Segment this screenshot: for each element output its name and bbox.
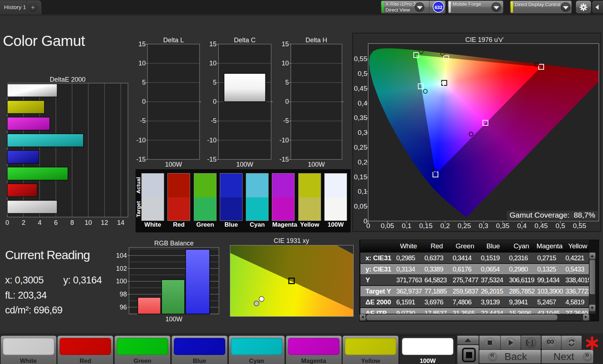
svg-text:0,55: 0,55 [573, 222, 586, 230]
svg-text:Delta L: Delta L [163, 37, 184, 44]
svg-text:RGB Balance: RGB Balance [154, 240, 193, 247]
svg-text:12: 12 [101, 219, 108, 226]
svg-text:-5: -5 [211, 117, 217, 124]
svg-text:0,35: 0,35 [354, 114, 367, 121]
svg-text:100: 100 [116, 278, 127, 285]
svg-text:14: 14 [117, 219, 124, 226]
svg-text:0,45: 0,45 [534, 222, 548, 230]
svg-text:0,15: 0,15 [419, 222, 433, 230]
svg-text:0: 0 [213, 98, 217, 105]
svg-text:-15: -15 [136, 156, 146, 163]
svg-text:0,15: 0,15 [354, 173, 367, 181]
svg-text:10: 10 [209, 60, 217, 67]
svg-text:0,45: 0,45 [354, 85, 367, 92]
svg-text:104: 104 [116, 252, 127, 259]
svg-text:10: 10 [138, 60, 146, 67]
svg-text:-10: -10 [136, 137, 146, 144]
svg-text:2: 2 [22, 219, 25, 226]
svg-text:Delta C: Delta C [234, 37, 256, 44]
svg-text:96: 96 [120, 304, 127, 311]
svg-text:102: 102 [116, 265, 127, 272]
svg-text:Delta H: Delta H [305, 37, 327, 44]
svg-text:0,25: 0,25 [458, 222, 471, 230]
svg-text:5: 5 [142, 79, 146, 86]
svg-text:-10: -10 [279, 137, 289, 144]
svg-text:15: 15 [282, 40, 289, 48]
svg-text:100W: 100W [236, 161, 253, 168]
svg-text:0: 0 [285, 98, 289, 105]
svg-text:0: 0 [5, 219, 9, 226]
svg-text:0,5: 0,5 [556, 222, 565, 230]
svg-text:6: 6 [54, 219, 58, 226]
svg-text:100W: 100W [308, 161, 325, 168]
svg-text:-10: -10 [207, 137, 217, 144]
svg-text:0,1: 0,1 [402, 222, 411, 230]
svg-text:DeltaE 2000: DeltaE 2000 [50, 76, 85, 83]
svg-text:15: 15 [138, 40, 146, 48]
svg-text:10: 10 [282, 60, 289, 67]
svg-text:0,35: 0,35 [496, 222, 509, 230]
svg-text:0,05: 0,05 [381, 222, 394, 230]
svg-text:0: 0 [366, 222, 370, 230]
svg-text:0,05: 0,05 [354, 202, 367, 210]
svg-text:100W: 100W [165, 316, 182, 323]
svg-text:0,3: 0,3 [479, 222, 488, 230]
svg-text:15: 15 [209, 40, 217, 48]
svg-text:4: 4 [38, 219, 42, 226]
svg-text:-15: -15 [279, 156, 289, 163]
svg-text:5: 5 [285, 79, 289, 86]
svg-text:100W: 100W [165, 161, 182, 168]
svg-text:0,55: 0,55 [354, 55, 367, 63]
svg-text:-15: -15 [207, 156, 217, 163]
svg-text:5: 5 [213, 79, 217, 86]
svg-text:10: 10 [85, 219, 92, 226]
svg-text:0: 0 [142, 98, 146, 105]
svg-text:-5: -5 [283, 117, 289, 124]
svg-text:98: 98 [120, 291, 127, 298]
svg-text:8: 8 [70, 219, 74, 226]
svg-text:0,2: 0,2 [440, 222, 450, 230]
svg-text:-5: -5 [140, 117, 146, 124]
svg-text:0,25: 0,25 [354, 144, 367, 151]
svg-text:0,4: 0,4 [517, 222, 527, 230]
